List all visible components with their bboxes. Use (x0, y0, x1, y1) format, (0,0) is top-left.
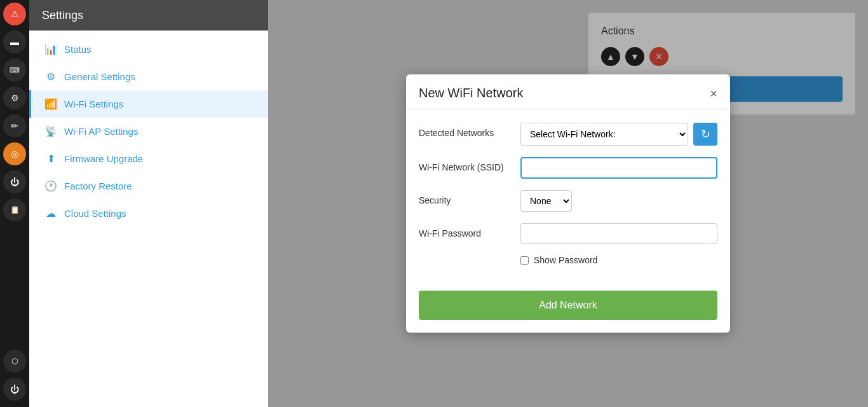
sidebar-item-label: Wi-Fi AP Settings (64, 126, 138, 137)
new-wifi-modal: New WiFi Network × Detected Networks Sel… (406, 74, 730, 333)
gear-icon[interactable]: ⚙ (3, 86, 26, 109)
wifi-settings-icon: 📶 (44, 98, 58, 110)
icon-bar-bottom: ⬡ ⏻ (3, 347, 26, 407)
ssid-input[interactable] (520, 157, 717, 179)
general-settings-icon: ⚙ (44, 71, 58, 83)
sidebar-item-wifi-settings[interactable]: 📶 Wi-Fi Settings (29, 90, 268, 118)
terminal-icon[interactable]: ⌨ (3, 59, 26, 81)
sidebar-item-label: General Settings (64, 71, 135, 82)
sidebar-item-label: Firmware Upgrade (64, 153, 143, 164)
modal-body: Detected Networks Select Wi-Fi Network: … (406, 110, 730, 291)
clipboard-icon[interactable]: 📋 (3, 198, 26, 221)
detected-networks-label: Detected Networks (419, 123, 520, 138)
password-label: Wi-Fi Password (419, 223, 520, 238)
show-password-row: Show Password (520, 255, 717, 265)
cloud-settings-icon: ☁ (44, 207, 58, 219)
ssid-label: Wi-Fi Network (SSID) (419, 157, 520, 172)
detected-networks-row: Detected Networks Select Wi-Fi Network: … (419, 123, 717, 146)
security-row: Security NoneWEPWPAWPA2 (419, 190, 717, 212)
icon-bar-top: ⚠ ▬ ⌨ ⚙ ✏ ◎ ⏻ 📋 (3, 0, 26, 347)
power-icon[interactable]: ⏻ (3, 170, 26, 193)
sidebar: Settings 📊 Status ⚙ General Settings 📶 W… (29, 0, 268, 407)
factory-restore-icon: 🕐 (44, 180, 58, 192)
status-icon: 📊 (44, 43, 58, 55)
target-icon[interactable]: ◎ (3, 142, 26, 165)
show-password-label[interactable]: Show Password (534, 255, 597, 265)
content-area: Actions ▲ ▼ ✕ New WiFi Network × Detecte… (268, 0, 868, 407)
shutdown-icon[interactable]: ⏻ (3, 378, 26, 401)
password-row: Wi-Fi Password (419, 223, 717, 244)
refresh-networks-button[interactable]: ↻ (693, 123, 717, 146)
modal-overlay: New WiFi Network × Detected Networks Sel… (268, 0, 868, 407)
modal-close-button[interactable]: × (710, 87, 717, 100)
detected-networks-select[interactable]: Select Wi-Fi Network: (520, 123, 688, 146)
sidebar-header: Settings (29, 0, 268, 31)
sidebar-item-status[interactable]: 📊 Status (29, 36, 268, 63)
detected-networks-controls: Select Wi-Fi Network: ↻ (520, 123, 717, 146)
modal-header: New WiFi Network × (406, 74, 730, 110)
security-label: Security (419, 190, 520, 205)
display-icon[interactable]: ▬ (3, 31, 26, 53)
ssid-row: Wi-Fi Network (SSID) (419, 157, 717, 179)
sidebar-item-label: Status (64, 44, 92, 55)
alert-icon[interactable]: ⚠ (3, 3, 26, 25)
sidebar-title: Settings (42, 9, 83, 22)
sidebar-item-firmware-upgrade[interactable]: ⬆ Firmware Upgrade (29, 145, 268, 172)
security-select[interactable]: NoneWEPWPAWPA2 (520, 190, 572, 212)
sidebar-item-general-settings[interactable]: ⚙ General Settings (29, 63, 268, 90)
sidebar-nav: 📊 Status ⚙ General Settings 📶 Wi-Fi Sett… (29, 31, 268, 407)
chip-icon[interactable]: ⬡ (3, 350, 26, 373)
edit-icon[interactable]: ✏ (3, 114, 26, 137)
password-input[interactable] (520, 223, 717, 244)
modal-title: New WiFi Network (419, 86, 523, 100)
sidebar-item-label: Factory Restore (64, 181, 132, 191)
sidebar-item-label: Cloud Settings (64, 208, 126, 219)
icon-bar: ⚠ ▬ ⌨ ⚙ ✏ ◎ ⏻ 📋 ⬡ ⏻ (0, 0, 29, 407)
main-area: Actions ▲ ▼ ✕ New WiFi Network × Detecte… (268, 0, 868, 407)
sidebar-item-cloud-settings[interactable]: ☁ Cloud Settings (29, 200, 268, 227)
sidebar-item-label: Wi-Fi Settings (64, 99, 123, 109)
modal-footer: Add Network (406, 291, 730, 333)
firmware-icon: ⬆ (44, 153, 58, 165)
wifi-ap-icon: 📡 (44, 125, 58, 137)
refresh-icon: ↻ (701, 127, 710, 141)
show-password-checkbox[interactable] (520, 256, 529, 265)
add-network-button[interactable]: Add Network (419, 291, 717, 320)
sidebar-item-wifi-ap-settings[interactable]: 📡 Wi-Fi AP Settings (29, 118, 268, 145)
sidebar-item-factory-restore[interactable]: 🕐 Factory Restore (29, 172, 268, 200)
